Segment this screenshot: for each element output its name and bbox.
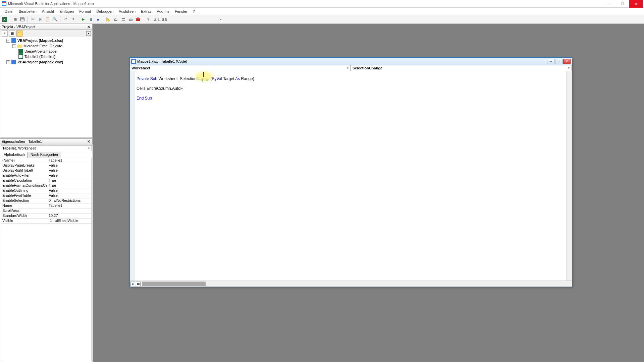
property-row[interactable]: EnableOutliningFalse xyxy=(1,188,92,193)
menu-help[interactable]: ? xyxy=(190,9,198,14)
design-mode-icon[interactable]: 📐 xyxy=(105,16,112,23)
close-button[interactable]: ✕ xyxy=(629,0,643,8)
property-row[interactable]: EnableCalculationTrue xyxy=(1,178,92,183)
code-editor[interactable]: Private Sub Worksheet_SelectionChange(By… xyxy=(130,71,572,281)
mdi-minimize-button[interactable]: ─ xyxy=(547,59,554,64)
toolbar-separator xyxy=(143,16,143,22)
property-value[interactable]: 10,27 xyxy=(47,214,92,218)
minimize-button[interactable]: ─ xyxy=(602,0,616,8)
tree-project-node[interactable]: − VBAProject (Mappe1.xlsx) xyxy=(0,38,92,43)
workbook-icon xyxy=(18,49,23,54)
property-value[interactable]: -1 - xlSheetVisible xyxy=(47,219,92,223)
property-row[interactable]: DisplayRightToLeftFalse xyxy=(1,168,92,173)
procedure-dropdown[interactable]: SelectionChange ▼ xyxy=(351,65,572,71)
property-row[interactable]: Visible-1 - xlSheetVisible xyxy=(1,219,92,224)
code-text[interactable]: Private Sub Worksheet_SelectionChange(By… xyxy=(135,71,572,281)
tab-categorized[interactable]: Nach Kategorien xyxy=(28,152,61,158)
paste-icon[interactable]: 📋 xyxy=(44,16,51,23)
view-excel-icon[interactable]: X xyxy=(1,16,8,23)
project-panel-close-icon[interactable]: ✕ xyxy=(86,24,91,29)
view-code-icon[interactable]: ≡ xyxy=(2,31,8,37)
property-name: DisplayPageBreaks xyxy=(1,163,47,168)
property-row[interactable]: EnableAutoFilterFalse xyxy=(1,173,92,178)
object-browser-icon[interactable]: 🗃 xyxy=(127,16,134,23)
help-icon[interactable]: ? xyxy=(145,16,152,23)
property-value[interactable]: Tabelle1 xyxy=(47,158,92,163)
object-dropdown[interactable]: Worksheet ▼ xyxy=(130,65,351,71)
undo-icon[interactable]: ↶ xyxy=(62,16,69,23)
property-value[interactable]: False xyxy=(47,163,92,168)
code-window-titlebar[interactable]: Mappe1.xlsx - Tabelle1 (Code) ─ ☐ ✕ xyxy=(130,58,572,65)
svg-rect-10 xyxy=(11,60,16,64)
tree-worksheet-node[interactable]: Tabelle1 (Tabelle1) xyxy=(0,54,92,59)
toolbar-overflow-icon[interactable]: ▾ xyxy=(218,16,223,23)
vbaproject-icon xyxy=(11,38,16,43)
property-row[interactable]: DisplayPageBreaksFalse xyxy=(1,163,92,168)
view-object-icon[interactable]: ▦ xyxy=(9,31,15,37)
property-value[interactable]: False xyxy=(47,193,92,198)
properties-icon[interactable]: 🗔 xyxy=(120,16,126,23)
copy-icon[interactable]: ⎘ xyxy=(37,16,44,23)
tree-workbook-node[interactable]: DieseArbeitsmappe xyxy=(0,49,92,54)
property-row[interactable]: EnablePivotTableFalse xyxy=(1,193,92,198)
save-icon[interactable]: 💾 xyxy=(19,16,26,23)
expand-icon[interactable]: + xyxy=(6,60,10,64)
property-row[interactable]: StandardWidth10,27 xyxy=(1,214,92,219)
menu-debuggen[interactable]: Debuggen xyxy=(94,9,116,14)
property-value[interactable]: False xyxy=(47,168,92,173)
scrollbar-thumb[interactable] xyxy=(142,282,206,286)
project-panel-dropdown-icon[interactable]: ▾ xyxy=(86,31,91,36)
property-value[interactable]: 0 - xlNoRestrictions xyxy=(47,198,92,203)
property-row[interactable]: NameTabelle1 xyxy=(1,203,92,208)
property-value[interactable]: Tabelle1 xyxy=(47,203,92,208)
property-value[interactable]: False xyxy=(47,173,92,178)
menu-ausfuehren[interactable]: Ausführen xyxy=(116,9,138,14)
procedure-view-button[interactable]: ≡ xyxy=(130,282,135,286)
toolbox-icon[interactable]: 🧰 xyxy=(135,16,141,23)
menu-addins[interactable]: Add-Ins xyxy=(154,9,172,14)
vertical-scrollbar[interactable] xyxy=(567,71,572,281)
menu-extras[interactable]: Extras xyxy=(138,9,154,14)
properties-object-combo[interactable]: Tabelle1 Worksheet ▼ xyxy=(1,145,92,151)
break-icon[interactable]: ⏸ xyxy=(87,16,94,23)
menu-fenster[interactable]: Fenster xyxy=(172,9,190,14)
property-value[interactable] xyxy=(47,208,92,213)
code-text-span: Target xyxy=(222,76,235,81)
properties-panel-title: Eigenschaften - Tabelle1 ✕ xyxy=(0,138,93,144)
property-value[interactable]: True xyxy=(47,183,92,188)
code-window-title: Mappe1.xlsx - Tabelle1 (Code) xyxy=(137,59,187,63)
property-row[interactable]: EnableSelection0 - xlNoRestrictions xyxy=(1,198,92,203)
property-row[interactable]: ScrollArea xyxy=(1,208,92,214)
toggle-folders-icon[interactable]: 📁 xyxy=(16,31,22,37)
tree-folder-node[interactable]: − Microsoft Excel Objekte xyxy=(0,43,92,49)
project-tree[interactable]: − VBAProject (Mappe1.xlsx) − Microsoft E… xyxy=(0,37,93,138)
property-row[interactable]: EnableFormatConditionsCalcTrue xyxy=(1,183,92,188)
menu-bearbeiten[interactable]: Bearbeiten xyxy=(16,9,39,14)
collapse-icon[interactable]: − xyxy=(12,44,16,48)
redo-icon[interactable]: ↷ xyxy=(69,16,76,23)
menu-einfuegen[interactable]: Einfügen xyxy=(57,9,76,14)
horizontal-scrollbar[interactable] xyxy=(142,282,206,286)
menu-datei[interactable]: Datei xyxy=(2,9,16,14)
full-module-view-button[interactable]: ▦ xyxy=(136,282,141,286)
collapse-icon[interactable]: − xyxy=(6,39,10,43)
run-icon[interactable]: ▶ xyxy=(80,16,87,23)
reset-icon[interactable]: ■ xyxy=(95,16,101,23)
property-row[interactable]: (Name)Tabelle1 xyxy=(1,158,92,163)
menu-ansicht[interactable]: Ansicht xyxy=(39,9,57,14)
properties-panel-close-icon[interactable]: ✕ xyxy=(86,139,91,144)
insert-module-icon[interactable]: ▦ xyxy=(12,16,18,23)
toolbar-separator xyxy=(78,16,78,22)
cut-icon[interactable]: ✂ xyxy=(30,16,36,23)
menu-format[interactable]: Format xyxy=(76,9,94,14)
mdi-maximize-button[interactable]: ☐ xyxy=(555,59,562,64)
property-value[interactable]: False xyxy=(47,188,92,193)
maximize-button[interactable]: ☐ xyxy=(616,0,629,8)
mdi-close-button[interactable]: ✕ xyxy=(563,59,571,64)
property-value[interactable]: True xyxy=(47,178,92,183)
project-explorer-icon[interactable]: 🗂 xyxy=(112,16,119,23)
find-icon[interactable]: 🔍 xyxy=(52,16,58,23)
properties-grid[interactable]: (Name)Tabelle1 DisplayPageBreaksFalse Di… xyxy=(1,158,92,361)
tree-project-node[interactable]: + VBAProject (Mappe2.xlsx) xyxy=(0,59,92,65)
tab-alphabetical[interactable]: Alphabetisch xyxy=(1,152,28,158)
